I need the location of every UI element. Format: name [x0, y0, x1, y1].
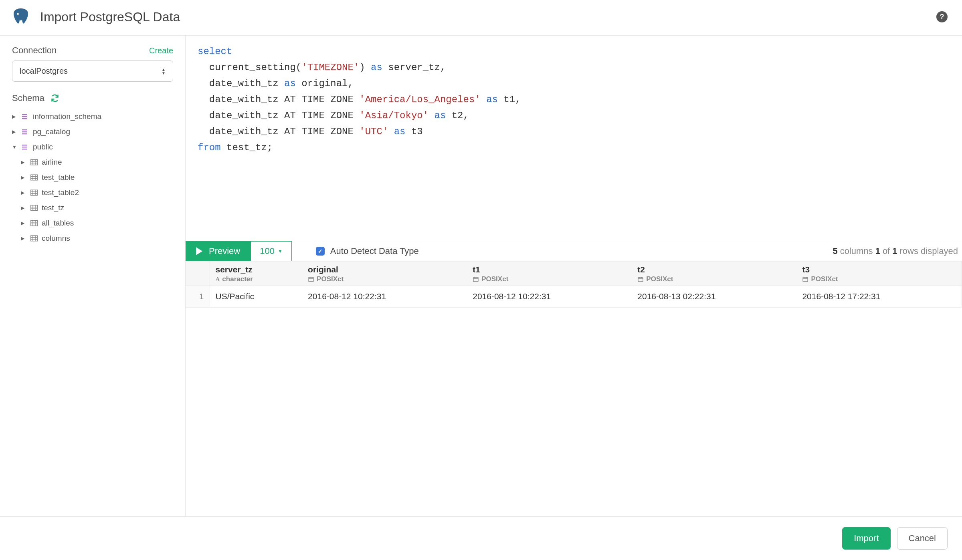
- select-chevrons-icon: ▲▼: [162, 68, 166, 75]
- datetime-type-icon: [637, 276, 644, 282]
- connection-select[interactable]: localPostgres ▲▼: [12, 60, 173, 82]
- datetime-type-icon: [308, 276, 314, 282]
- svg-rect-40: [638, 277, 643, 282]
- cell: 2016-08-12 17:22:31: [796, 286, 962, 307]
- table-icon: [30, 235, 38, 242]
- cell: 2016-08-12 10:22:31: [467, 286, 632, 307]
- rows-shown: 1: [875, 246, 880, 256]
- preview-bar: Preview 100 ▼ ✓ Auto Detect Data Type 5 …: [186, 241, 962, 262]
- table-item-test_tz[interactable]: ▶test_tz: [21, 200, 173, 216]
- column-header-t2[interactable]: t2POSIXct: [632, 262, 796, 286]
- preview-button[interactable]: Preview: [186, 241, 251, 261]
- table-item-all_tables[interactable]: ▶all_tables: [21, 216, 173, 231]
- column-name: t3: [802, 265, 956, 274]
- schema-item-label: pg_catalog: [33, 127, 70, 136]
- table-item-label: test_tz: [42, 203, 64, 212]
- table-item-test_table2[interactable]: ▶test_table2: [21, 185, 173, 200]
- create-connection-link[interactable]: Create: [149, 46, 173, 55]
- table-icon: [30, 159, 38, 165]
- caret-icon: ▶: [21, 159, 26, 165]
- schema-item-label: information_schema: [33, 112, 101, 121]
- svg-rect-36: [473, 277, 478, 282]
- table-row[interactable]: 1US/Pacific2016-08-12 10:22:312016-08-12…: [186, 286, 962, 307]
- schema-item-public[interactable]: ▼☰public: [12, 139, 173, 155]
- svg-rect-7: [31, 175, 38, 180]
- table-item-label: test_table2: [42, 188, 79, 197]
- cell: 2016-08-13 02:22:31: [632, 286, 796, 307]
- caret-icon: ▶: [21, 190, 26, 195]
- schema-icon: ☰: [22, 128, 29, 136]
- rows-total: 1: [892, 246, 897, 256]
- column-count: 5: [833, 246, 837, 256]
- svg-rect-2: [31, 159, 38, 165]
- table-item-label: test_table: [42, 173, 75, 182]
- connection-label: Connection: [12, 45, 57, 56]
- sidebar: Connection Create localPostgres ▲▼ Schem…: [0, 36, 186, 516]
- rownum-header: [186, 262, 210, 286]
- schema-label: Schema: [12, 93, 44, 103]
- svg-rect-27: [31, 236, 38, 241]
- column-name: server_tz: [216, 265, 297, 274]
- column-header-original[interactable]: originalPOSIXct: [302, 262, 467, 286]
- table-item-label: airline: [42, 158, 62, 167]
- caret-icon: ▶: [21, 220, 26, 226]
- schema-tree: ▶☰information_schema▶☰pg_catalog▼☰public…: [12, 109, 173, 246]
- connection-section-header: Connection Create: [12, 45, 173, 56]
- table-item-test_table[interactable]: ▶test_table: [21, 170, 173, 185]
- postgres-logo: [11, 7, 30, 26]
- column-type: POSIXct: [308, 275, 461, 283]
- table-icon: [30, 220, 38, 226]
- of-word: of: [883, 246, 890, 256]
- column-header-t1[interactable]: t1POSIXct: [467, 262, 632, 286]
- import-button[interactable]: Import: [842, 527, 890, 550]
- cancel-button[interactable]: Cancel: [897, 527, 948, 550]
- rows-word: rows displayed: [899, 246, 958, 256]
- table-icon: [30, 174, 38, 181]
- sql-editor[interactable]: select current_setting('TIMEZONE') as se…: [186, 36, 962, 241]
- datetime-type-icon: [802, 276, 808, 282]
- columns-word: columns: [840, 246, 873, 256]
- header: Import PostgreSQL Data ?: [0, 0, 962, 36]
- caret-icon: ▶: [12, 129, 18, 135]
- result-stats: 5 columns 1 of 1 rows displayed: [833, 241, 962, 261]
- column-header-t3[interactable]: t3POSIXct: [796, 262, 962, 286]
- refresh-schema-icon[interactable]: [51, 94, 59, 102]
- column-name: original: [308, 265, 461, 274]
- svg-rect-22: [31, 220, 38, 226]
- preview-button-label: Preview: [209, 246, 240, 256]
- table-icon: [30, 189, 38, 196]
- schema-icon: ☰: [22, 113, 29, 121]
- auto-detect-label: Auto Detect Data Type: [330, 246, 419, 256]
- help-icon[interactable]: ?: [936, 11, 948, 22]
- play-icon: [196, 247, 202, 255]
- table-item-airline[interactable]: ▶airline: [21, 155, 173, 170]
- column-name: t1: [473, 265, 626, 274]
- results-wrap: server_tzAcharacteroriginalPOSIXctt1POSI…: [186, 262, 962, 308]
- content: select current_setting('TIMEZONE') as se…: [186, 36, 962, 516]
- cell: 2016-08-12 10:22:31: [302, 286, 467, 307]
- row-limit-dropdown[interactable]: 100 ▼: [251, 241, 292, 261]
- svg-rect-12: [31, 190, 38, 195]
- schema-icon: ☰: [22, 143, 29, 151]
- caret-icon: ▶: [21, 175, 26, 180]
- auto-detect-checkbox[interactable]: ✓ Auto Detect Data Type: [292, 241, 435, 261]
- schema-item-information_schema[interactable]: ▶☰information_schema: [12, 109, 173, 124]
- cell: US/Pacific: [210, 286, 302, 307]
- datetime-type-icon: [473, 276, 479, 282]
- column-type: POSIXct: [473, 275, 626, 283]
- schema-item-label: public: [33, 143, 53, 151]
- row-limit-value: 100: [260, 246, 275, 256]
- caret-icon: ▶: [21, 236, 26, 241]
- caret-icon: ▶: [12, 114, 18, 119]
- row-number: 1: [186, 286, 210, 307]
- schema-item-pg_catalog[interactable]: ▶☰pg_catalog: [12, 124, 173, 139]
- caret-down-icon: ▼: [278, 248, 283, 254]
- column-header-server_tz[interactable]: server_tzAcharacter: [210, 262, 302, 286]
- results-table: server_tzAcharacteroriginalPOSIXctt1POSI…: [186, 262, 962, 307]
- table-item-label: all_tables: [42, 219, 74, 228]
- footer: Import Cancel: [0, 516, 962, 560]
- page-title: Import PostgreSQL Data: [40, 10, 936, 24]
- table-item-columns[interactable]: ▶columns: [21, 231, 173, 246]
- column-type: POSIXct: [637, 275, 791, 283]
- table-icon: [30, 205, 38, 211]
